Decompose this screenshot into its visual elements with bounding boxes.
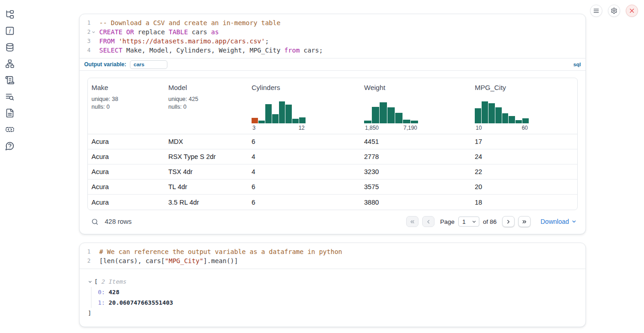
scratchpad-icon[interactable] — [5, 75, 15, 85]
code-text: FROM 'https://datasets.marimo.app/cars.c… — [96, 37, 269, 46]
code-line: 1# We can reference the output variable … — [80, 247, 585, 256]
column-header-cylinders[interactable]: Cylinders312 — [248, 84, 360, 134]
histogram-min-label: 10 — [476, 125, 482, 131]
previous-page-button[interactable] — [422, 216, 435, 227]
row-count: 428 rows — [105, 218, 132, 225]
fold-spacer — [91, 247, 96, 256]
datasources-icon[interactable] — [5, 42, 15, 52]
table-cell: Acura — [88, 168, 165, 175]
histogram-bar — [495, 107, 502, 123]
table-cell: Acura — [88, 183, 165, 190]
table-cell: TL 4dr — [165, 183, 248, 190]
tree-entry: 1: 20.060747663551403 — [98, 297, 577, 308]
fold-chevron-icon[interactable] — [91, 27, 96, 37]
documentation-icon[interactable] — [5, 108, 15, 118]
histogram-bar — [475, 108, 481, 123]
help-icon[interactable] — [5, 141, 15, 151]
table-row[interactable]: AcuraMDX6445117 — [88, 134, 577, 149]
language-badge: sql — [573, 62, 581, 67]
tree-collapse-icon[interactable] — [88, 280, 92, 284]
next-page-button[interactable] — [502, 216, 515, 227]
line-number: 2 — [80, 256, 91, 265]
table-cell: 18 — [471, 199, 577, 206]
code-text: SELECT Make, Model, Cylinders, Weight, M… — [96, 46, 323, 55]
fold-spacer — [91, 18, 96, 27]
column-header-model[interactable]: Modelunique: 425nulls: 0 — [165, 84, 248, 134]
histogram-bar — [272, 114, 279, 123]
table-cell: Acura — [88, 199, 165, 206]
histogram-min-label: 1,850 — [365, 125, 379, 131]
chevron-down-icon — [472, 219, 477, 224]
table-row[interactable]: AcuraTL 4dr6357520 — [88, 180, 577, 195]
table-body: AcuraMDX6445117AcuraRSX Type S 2dr427782… — [88, 134, 577, 210]
table-header: Makeunique: 38nulls: 0Modelunique: 425nu… — [88, 78, 577, 134]
table-cell: 2778 — [360, 153, 471, 160]
unique-count: unique: 425 — [168, 95, 248, 103]
code-line: 3FROM 'https://datasets.marimo.app/cars.… — [80, 37, 585, 46]
table-cell: MDX — [165, 138, 248, 145]
histogram-bar — [509, 116, 515, 123]
histogram-bar — [482, 101, 488, 123]
table-row[interactable]: Acura3.5 RL 4dr6388018 — [88, 195, 577, 210]
table-cell: 3230 — [360, 168, 471, 175]
page-select[interactable]: 1 — [458, 217, 479, 227]
fold-spacer — [91, 256, 96, 265]
logs-icon[interactable] — [5, 91, 15, 101]
variables-icon[interactable]: f — [5, 26, 15, 36]
column-histogram: 312 — [252, 100, 306, 131]
histogram-bar — [403, 120, 410, 123]
python-code-editor[interactable]: 1# We can reference the output variable … — [80, 243, 585, 269]
first-page-button[interactable] — [406, 216, 419, 227]
histogram-bar — [395, 113, 402, 123]
output-variable-input[interactable] — [130, 60, 167, 69]
output-variable-bar: Output variable: sql — [80, 58, 585, 71]
shutdown-close-icon[interactable] — [626, 5, 638, 17]
column-name: Model — [168, 84, 248, 91]
column-name: Cylinders — [252, 84, 360, 91]
code-text: # We can reference the output variable a… — [96, 247, 342, 256]
tree-entry-key: 0: — [98, 289, 108, 296]
sql-code-editor[interactable]: 1-- Download a CSV and create an in-memo… — [80, 14, 585, 58]
python-cell: 1# We can reference the output variable … — [79, 243, 586, 327]
column-header-weight[interactable]: Weight1,8507,190 — [360, 84, 471, 134]
column-header-make[interactable]: Makeunique: 38nulls: 0 — [88, 84, 165, 134]
settings-gear-icon[interactable] — [608, 5, 620, 17]
code-line: 2[len(cars), cars["MPG_City"].mean()] — [80, 256, 585, 265]
histogram-bar — [265, 104, 272, 123]
histogram-bar — [299, 117, 306, 123]
table-row[interactable]: AcuraTSX 4dr4323022 — [88, 164, 577, 180]
histogram-bar — [522, 118, 529, 123]
table-cell: TSX 4dr — [165, 168, 248, 175]
table-cell: 6 — [248, 138, 360, 145]
code-line: 1-- Download a CSV and create an in-memo… — [80, 18, 585, 27]
snippets-icon[interactable] — [5, 124, 15, 134]
table-cell: 3.5 RL 4dr — [165, 199, 248, 206]
sql-cell: 1-- Download a CSV and create an in-memo… — [79, 14, 586, 234]
download-button[interactable]: Download — [541, 218, 577, 225]
column-header-mpg_city[interactable]: MPG_City1060 — [471, 84, 577, 134]
file-explorer-icon[interactable] — [5, 9, 15, 19]
nulls-count: nulls: 0 — [168, 103, 248, 111]
sidebar: f — [5, 9, 15, 151]
table-cell: Acura — [88, 153, 165, 160]
histogram-bar — [515, 120, 522, 123]
code-line: 4SELECT Make, Model, Cylinders, Weight, … — [80, 46, 585, 55]
tree-open-bracket: [ — [94, 276, 98, 287]
table-cell: 3880 — [360, 199, 471, 206]
table-row[interactable]: AcuraRSX Type S 2dr4277824 — [88, 149, 577, 164]
unique-count: unique: 38 — [91, 95, 165, 103]
column-histogram: 1060 — [475, 100, 529, 131]
menu-icon[interactable] — [590, 5, 602, 17]
code-text: [len(cars), cars["MPG_City"].mean()] — [96, 256, 238, 265]
last-page-button[interactable] — [518, 216, 531, 227]
line-number: 1 — [80, 247, 91, 256]
histogram-bar — [364, 121, 371, 123]
search-icon[interactable] — [91, 218, 99, 226]
histogram-bar — [285, 105, 292, 123]
table-cell: 20 — [471, 183, 577, 190]
histogram-min-label: 3 — [252, 125, 256, 131]
dependency-graph-icon[interactable] — [5, 58, 15, 69]
histogram-max-label: 12 — [299, 125, 305, 131]
histogram-bar — [252, 118, 258, 123]
column-name: Weight — [364, 84, 471, 91]
